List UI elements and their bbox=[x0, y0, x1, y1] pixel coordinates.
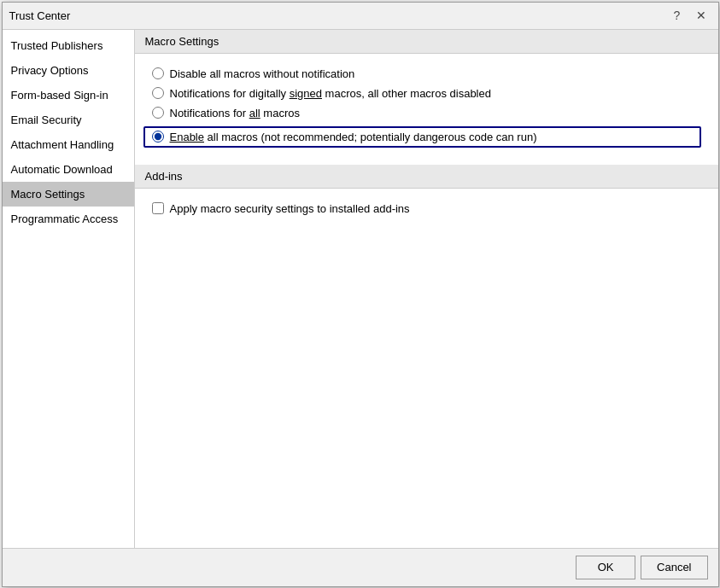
signed-underline: signed bbox=[290, 87, 322, 100]
cancel-button[interactable]: Cancel bbox=[641, 556, 707, 579]
macro-option-enable-all-label: Enable all macros (not recommended; pote… bbox=[170, 131, 537, 143]
sidebar-item-automatic-download[interactable]: Automatic Download bbox=[3, 157, 134, 182]
macro-radio-disable-no-notify[interactable] bbox=[152, 67, 164, 79]
dialog-body: Trusted Publishers Privacy Options Form-… bbox=[3, 30, 718, 548]
macro-option-notify-signed[interactable]: Notifications for digitally signed macro… bbox=[152, 87, 701, 100]
macro-radio-notify-signed[interactable] bbox=[152, 87, 164, 99]
all-underline: all bbox=[249, 107, 260, 119]
macro-option-notify-all-label: Notifications for all macros bbox=[170, 107, 300, 119]
enable-underline: Enable bbox=[170, 131, 204, 143]
sidebar-item-attachment-handling[interactable]: Attachment Handling bbox=[3, 132, 134, 157]
macro-settings-header: Macro Settings bbox=[135, 30, 718, 54]
help-button[interactable]: ? bbox=[667, 5, 688, 26]
dialog-title: Trust Center bbox=[9, 9, 71, 22]
ok-button[interactable]: OK bbox=[576, 556, 635, 579]
sidebar-item-trusted-publishers[interactable]: Trusted Publishers bbox=[3, 33, 134, 58]
sidebar-item-privacy-options[interactable]: Privacy Options bbox=[3, 58, 134, 83]
sidebar-item-programmatic-access[interactable]: Programmatic Access bbox=[3, 207, 134, 231]
trust-center-dialog: Trust Center ? ✕ Trusted Publishers Priv… bbox=[2, 2, 719, 587]
macro-radio-notify-all[interactable] bbox=[152, 107, 164, 119]
add-ins-checkbox-item[interactable]: Apply macro security settings to install… bbox=[152, 202, 701, 215]
macro-option-enable-all[interactable]: Enable all macros (not recommended; pote… bbox=[143, 126, 701, 148]
add-ins-content: Apply macro security settings to install… bbox=[135, 189, 718, 232]
title-bar: Trust Center ? ✕ bbox=[3, 3, 718, 30]
sidebar: Trusted Publishers Privacy Options Form-… bbox=[3, 30, 135, 548]
macro-radio-enable-all[interactable] bbox=[152, 131, 164, 143]
sidebar-item-macro-settings[interactable]: Macro Settings bbox=[3, 182, 134, 207]
macro-option-notify-all[interactable]: Notifications for all macros bbox=[152, 107, 701, 119]
macro-options-group: Disable all macros without notification … bbox=[152, 62, 701, 153]
sidebar-item-email-security[interactable]: Email Security bbox=[3, 108, 134, 132]
add-ins-checkbox-group: Apply macro security settings to install… bbox=[152, 197, 701, 220]
add-ins-header: Add-ins bbox=[135, 165, 718, 189]
add-ins-section: Add-ins Apply macro security settings to… bbox=[135, 165, 718, 232]
close-button[interactable]: ✕ bbox=[691, 5, 711, 26]
macro-option-disable-no-notify[interactable]: Disable all macros without notification bbox=[152, 67, 701, 80]
add-ins-checkbox-label: Apply macro security settings to install… bbox=[170, 202, 410, 215]
macro-option-notify-signed-label: Notifications for digitally signed macro… bbox=[170, 87, 491, 100]
main-content: Macro Settings Disable all macros withou… bbox=[135, 30, 718, 548]
macro-option-disable-no-notify-label: Disable all macros without notification bbox=[170, 67, 355, 80]
macro-settings-content: Disable all macros without notification … bbox=[135, 54, 718, 165]
dialog-footer: OK Cancel bbox=[3, 548, 718, 586]
add-ins-checkbox[interactable] bbox=[152, 202, 164, 214]
sidebar-item-form-based-sign-in[interactable]: Form-based Sign-in bbox=[3, 83, 134, 108]
title-bar-controls: ? ✕ bbox=[667, 5, 711, 26]
